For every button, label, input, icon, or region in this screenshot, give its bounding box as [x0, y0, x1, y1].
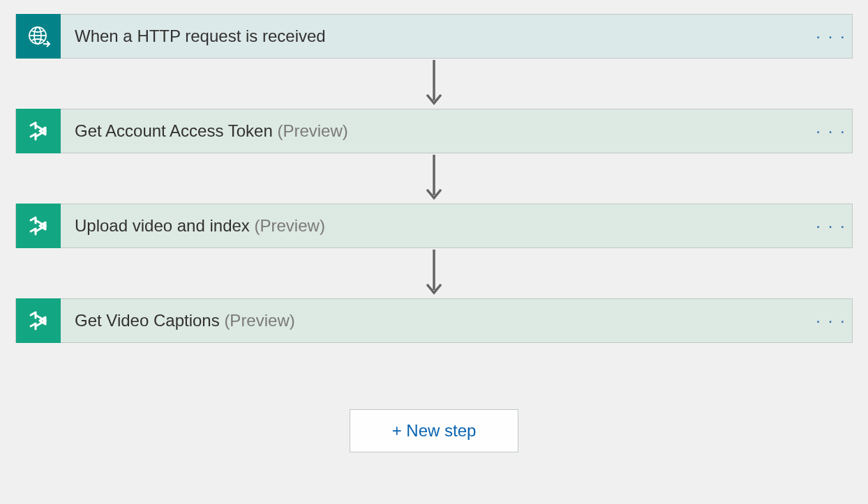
workflow-step-trigger[interactable]: When a HTTP request is received · · ·: [15, 14, 853, 59]
workflow-step-upload-video[interactable]: Upload video and index (Preview) · · ·: [15, 204, 853, 248]
connector-arrow: [14, 59, 854, 109]
step-label: Get Video Captions (Preview): [61, 311, 810, 330]
video-indexer-icon: [16, 298, 61, 343]
connector-arrow: [14, 153, 854, 204]
step-menu-button[interactable]: · · ·: [810, 26, 852, 46]
step-menu-button[interactable]: · · ·: [810, 311, 852, 330]
step-label: Upload video and index (Preview): [61, 216, 810, 236]
new-step-button[interactable]: + New step: [350, 409, 519, 452]
step-menu-button[interactable]: · · ·: [810, 121, 852, 141]
video-indexer-icon: [16, 109, 61, 153]
step-menu-button[interactable]: · · ·: [810, 216, 852, 236]
step-label: Get Account Access Token (Preview): [61, 121, 810, 141]
step-label: When a HTTP request is received: [61, 26, 810, 46]
video-indexer-icon: [16, 204, 61, 248]
http-globe-icon: [16, 14, 61, 59]
connector-arrow: [14, 248, 854, 298]
workflow-container: When a HTTP request is received · · · Ge…: [14, 14, 854, 452]
workflow-step-get-token[interactable]: Get Account Access Token (Preview) · · ·: [15, 109, 853, 153]
workflow-step-get-captions[interactable]: Get Video Captions (Preview) · · ·: [15, 298, 853, 343]
